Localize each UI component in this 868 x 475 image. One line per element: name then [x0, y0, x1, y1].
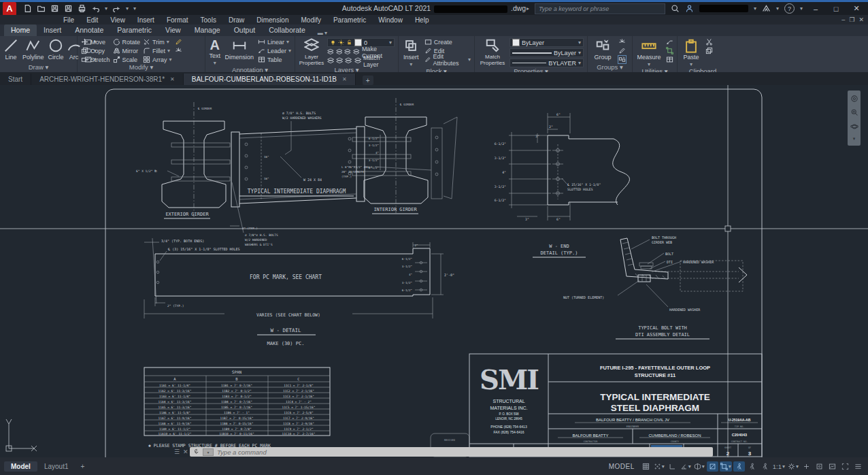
isolate-objects-icon[interactable]: [814, 461, 825, 472]
menu-window[interactable]: Window: [372, 16, 409, 24]
tab-start[interactable]: Start: [0, 73, 31, 85]
scale-tool[interactable]: Scale: [113, 56, 141, 63]
linetype-dropdown[interactable]: BYLAYER▾: [510, 59, 584, 67]
tab-balfour-cumberland-robeson[interactable]: BALFOUR-CUMBERLAND-ROBESON-11-ID1B✕: [184, 73, 356, 85]
ribbon-tab-manage[interactable]: Manage: [188, 24, 227, 36]
id-point-tool[interactable]: [666, 38, 673, 46]
annotation-visibility-icon[interactable]: [733, 461, 745, 472]
menu-modify[interactable]: Modify: [295, 16, 327, 24]
signin-person-icon[interactable]: [685, 4, 694, 13]
ribbon-tab-view[interactable]: View: [158, 24, 188, 36]
snap-toggle-icon[interactable]: ▾: [653, 461, 665, 472]
scale-value[interactable]: 1:1▾: [772, 461, 786, 472]
autodesk-caret[interactable]: ▾: [776, 5, 779, 12]
panel-label-modify[interactable]: Modify ▾: [78, 63, 205, 72]
explode-tool[interactable]: [175, 47, 182, 54]
search-input[interactable]: Type a keyword or phrase: [535, 3, 665, 14]
plot-icon[interactable]: [78, 4, 86, 13]
polyline-tool[interactable]: Polyline: [22, 38, 44, 61]
group-selection-toggle[interactable]: [618, 56, 626, 63]
copy-tool[interactable]: Copy: [81, 47, 110, 54]
match-properties-tool[interactable]: Match Properties: [478, 38, 507, 66]
menu-parametric[interactable]: Parametric: [327, 16, 372, 24]
save-as-icon[interactable]: [64, 4, 73, 13]
quick-select-tool[interactable]: [666, 47, 673, 54]
menu-help[interactable]: Help: [409, 16, 435, 24]
autoscale-icon[interactable]: [746, 461, 758, 472]
navigation-bar[interactable]: ▾: [848, 91, 861, 146]
command-line[interactable]: ▾ Type a command: [190, 447, 713, 457]
command-input[interactable]: Type a command: [217, 448, 267, 456]
nav-more-caret[interactable]: ▾: [853, 136, 856, 142]
search-chevron-icon[interactable]: ▸: [527, 5, 529, 12]
cut-clip-tool[interactable]: [705, 38, 713, 46]
line-tool[interactable]: Line: [3, 38, 18, 61]
autodesk-logo-icon[interactable]: [762, 4, 771, 13]
menu-tools[interactable]: Tools: [195, 16, 222, 24]
paste-tool[interactable]: Paste▾: [681, 38, 701, 67]
save-icon[interactable]: [50, 4, 59, 13]
account-caret[interactable]: ▾: [754, 5, 756, 12]
copy-clip-tool[interactable]: [705, 47, 713, 54]
grid-toggle-icon[interactable]: [640, 461, 652, 472]
object-snap-icon[interactable]: ▾: [720, 461, 732, 472]
create-block-tool[interactable]: Create: [424, 38, 471, 46]
close-button[interactable]: ✕: [849, 4, 864, 13]
help-icon[interactable]: ?: [784, 3, 795, 14]
menu-draw[interactable]: Draw: [222, 16, 250, 24]
menu-file[interactable]: File: [57, 16, 80, 24]
close-tab-icon[interactable]: ✕: [342, 76, 347, 82]
qat-customize-caret[interactable]: ▾: [133, 5, 136, 12]
ribbon-tab-home[interactable]: Home: [4, 24, 37, 36]
maximize-button[interactable]: □: [829, 5, 844, 13]
ungroup-tool[interactable]: [618, 38, 626, 46]
annotation-monitor-icon[interactable]: [801, 461, 812, 472]
ribbon-tab-output[interactable]: Output: [227, 24, 263, 36]
array-tool[interactable]: Array ▾: [143, 56, 172, 63]
measure-tool[interactable]: Measure▾: [636, 38, 662, 67]
hardware-acceleration-icon[interactable]: [827, 461, 838, 472]
doc-restore-button[interactable]: ❐: [849, 16, 854, 23]
model-space-canvas[interactable]: ℄ GIRDER ℄ GIRDER 16" 16" ⌀ 7/8" H.S. BO…: [0, 85, 868, 457]
group-edit-tool[interactable]: [618, 47, 626, 54]
doc-close-button[interactable]: ✕: [858, 16, 864, 23]
object-snap-tracking-icon[interactable]: [707, 461, 718, 472]
ortho-toggle-icon[interactable]: [667, 461, 678, 472]
undo-icon[interactable]: [91, 4, 100, 13]
layout1-tab[interactable]: Layout1: [37, 461, 76, 472]
open-icon[interactable]: [37, 4, 46, 13]
dimension-tool[interactable]: Dimension: [224, 38, 254, 61]
redo-icon[interactable]: [112, 4, 121, 13]
clean-screen-icon[interactable]: [839, 461, 851, 472]
close-tab-icon[interactable]: ✕: [170, 76, 175, 82]
undo-caret[interactable]: ▾: [105, 5, 107, 12]
quick-calc-tool[interactable]: [666, 56, 673, 63]
tab-archer-wright-henderson[interactable]: ARCHER-WRIGHT-HENDERSON-38R1*✕: [31, 73, 184, 85]
command-grip-icon[interactable]: ☰: [174, 448, 180, 455]
edit-attributes-tool[interactable]: Edit Attributes ▾: [424, 56, 471, 63]
nav-zoom-icon[interactable]: [850, 108, 858, 116]
doc-minimize-button[interactable]: –: [841, 16, 845, 23]
group-tool[interactable]: Group: [591, 38, 614, 61]
ribbon-display-toggle[interactable]: ▬ ▾: [318, 30, 327, 36]
command-recent-icon[interactable]: ▾: [203, 448, 214, 456]
autocad-logo-icon[interactable]: A: [3, 2, 16, 16]
redo-caret[interactable]: ▾: [126, 5, 129, 12]
workspace-gear-icon[interactable]: ▾: [787, 461, 799, 472]
command-close-icon[interactable]: ✕: [183, 448, 188, 455]
nav-orbit-icon[interactable]: [850, 122, 858, 131]
annotation-scale-icon[interactable]: [759, 461, 771, 472]
menu-format[interactable]: Format: [161, 16, 195, 24]
menu-insert[interactable]: Insert: [131, 16, 161, 24]
ribbon-tab-parametric[interactable]: Parametric: [110, 24, 158, 36]
customization-menu-icon[interactable]: [852, 461, 864, 472]
panel-label-draw[interactable]: Draw ▾: [0, 63, 77, 72]
rotate-tool[interactable]: Rotate: [113, 38, 141, 46]
circle-tool[interactable]: Circle: [48, 38, 64, 61]
help-caret[interactable]: ▾: [800, 5, 803, 12]
linear-tool[interactable]: Linear ▾: [258, 38, 291, 46]
menu-edit[interactable]: Edit: [80, 16, 104, 24]
leader-tool[interactable]: Leader ▾: [258, 47, 291, 54]
ribbon-tab-collaborate[interactable]: Collaborate: [262, 24, 312, 36]
layer-properties-tool[interactable]: Layer Properties: [299, 38, 324, 66]
